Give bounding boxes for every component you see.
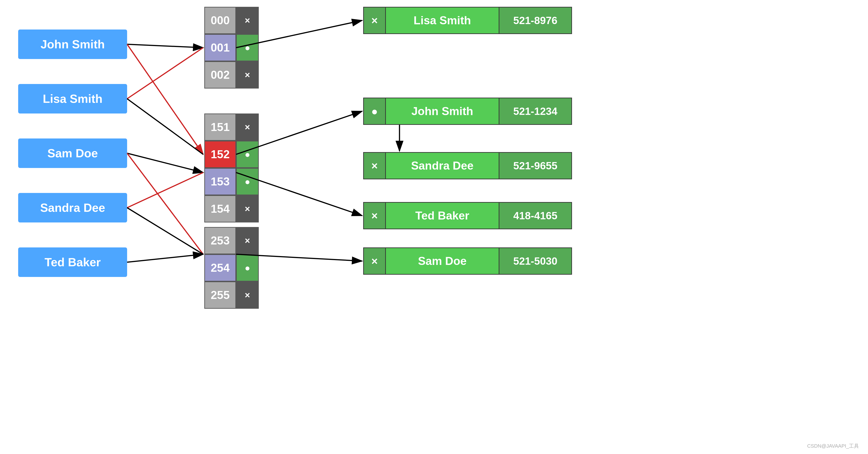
- bucket-153: 153: [204, 168, 236, 195]
- bucket-group-151: 151 × 152 ● 153 ● 154 ×: [204, 114, 259, 222]
- bucket-group-000: 000 × 001 ● 002 ×: [204, 7, 259, 89]
- svg-line-8: [127, 173, 203, 208]
- bucket-153-pointer: ●: [236, 168, 259, 195]
- result-lisa-smith: × Lisa Smith 521-8976: [363, 7, 572, 34]
- result-ted-name: Ted Baker: [386, 202, 499, 229]
- bucket-152-pointer: ●: [236, 141, 259, 168]
- result-sam-x: ×: [363, 247, 386, 275]
- bucket-254-pointer: ●: [236, 254, 259, 281]
- result-john-smith: ● John Smith 521-1234: [363, 98, 572, 125]
- result-lisa-phone: 521-8976: [499, 7, 572, 34]
- result-sam-name: Sam Doe: [386, 247, 499, 275]
- bucket-151-pointer: ×: [236, 114, 259, 141]
- svg-line-9: [127, 208, 203, 254]
- result-ted-baker: × Ted Baker 418-4165: [363, 202, 572, 229]
- svg-line-3: [127, 44, 203, 154]
- bucket-000-pointer: ×: [236, 7, 259, 34]
- result-sandra-phone: 521-9655: [499, 152, 572, 179]
- result-john-name: John Smith: [386, 98, 499, 125]
- person-sandra-dee: Sandra Dee: [18, 193, 127, 222]
- bucket-group-253: 253 × 254 ● 255 ×: [204, 227, 259, 309]
- bucket-255: 255: [204, 281, 236, 309]
- bucket-254: 254: [204, 254, 236, 281]
- bucket-151: 151: [204, 114, 236, 141]
- result-sandra-name: Sandra Dee: [386, 152, 499, 179]
- watermark: CSDN@JAVAAPI_工具: [807, 443, 859, 450]
- bucket-002-pointer: ×: [236, 61, 259, 89]
- bucket-001-pointer: ●: [236, 34, 259, 61]
- svg-line-5: [127, 99, 203, 154]
- svg-line-2: [127, 44, 203, 48]
- result-john-x: ●: [363, 98, 386, 125]
- svg-line-6: [127, 153, 203, 173]
- person-john-smith: John Smith: [18, 30, 127, 59]
- result-ted-x: ×: [363, 202, 386, 229]
- bucket-154-pointer: ×: [236, 195, 259, 222]
- bucket-154: 154: [204, 195, 236, 222]
- result-sam-phone: 521-5030: [499, 247, 572, 275]
- person-lisa-smith: Lisa Smith: [18, 84, 127, 114]
- svg-line-10: [127, 254, 203, 262]
- person-sam-doe: Sam Doe: [18, 139, 127, 168]
- result-john-phone: 521-1234: [499, 98, 572, 125]
- result-sandra-dee: × Sandra Dee 521-9655: [363, 152, 572, 179]
- bucket-253: 253: [204, 227, 236, 254]
- bucket-255-pointer: ×: [236, 281, 259, 309]
- svg-line-4: [127, 48, 203, 99]
- result-lisa-name: Lisa Smith: [386, 7, 499, 34]
- bucket-152: 152: [204, 141, 236, 168]
- result-sam-doe: × Sam Doe 521-5030: [363, 247, 572, 275]
- bucket-000: 000: [204, 7, 236, 34]
- bucket-253-pointer: ×: [236, 227, 259, 254]
- result-sandra-x: ×: [363, 152, 386, 179]
- result-lisa-x: ×: [363, 7, 386, 34]
- svg-line-7: [127, 153, 203, 254]
- bucket-002: 002: [204, 61, 236, 89]
- person-ted-baker: Ted Baker: [18, 247, 127, 277]
- bucket-001: 001: [204, 34, 236, 61]
- diagram-container: John Smith Lisa Smith Sam Doe Sandra Dee…: [0, 0, 868, 454]
- result-ted-phone: 418-4165: [499, 202, 572, 229]
